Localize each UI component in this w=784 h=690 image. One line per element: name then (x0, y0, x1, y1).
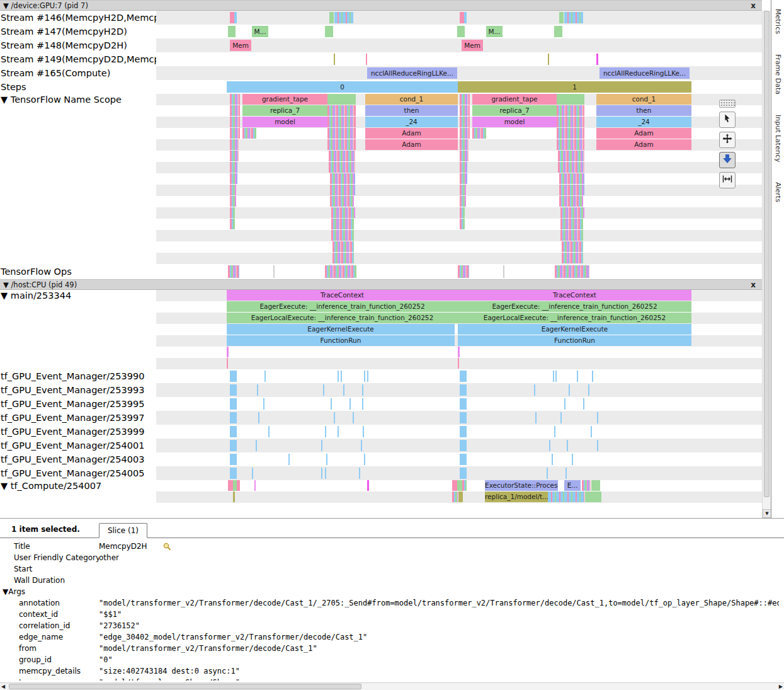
trace-slice[interactable] (242, 128, 256, 139)
trace-slice[interactable] (230, 440, 237, 451)
trace-slice[interactable] (323, 384, 324, 396)
trace-slice[interactable] (460, 398, 467, 410)
trace-slice[interactable] (560, 230, 583, 241)
trace-slice[interactable] (547, 468, 548, 479)
horizontal-scrollbar[interactable]: ◀ ▶ (0, 682, 784, 690)
trace-slice[interactable] (457, 480, 462, 491)
trace-slice[interactable] (553, 371, 554, 382)
trace-slice[interactable] (559, 12, 564, 23)
trace-slice[interactable] (557, 94, 584, 105)
trace-slice[interactable] (321, 440, 322, 451)
trace-slice[interactable] (460, 371, 467, 382)
trace-slice[interactable] (263, 398, 264, 410)
trace-slice[interactable]: then (365, 105, 458, 116)
trace-slice[interactable] (230, 454, 237, 465)
trace-slice[interactable] (366, 54, 367, 65)
magnifier-icon[interactable] (162, 542, 171, 551)
trace-slice[interactable]: model (242, 117, 327, 127)
trace-slice[interactable] (364, 371, 365, 382)
trace-slice[interactable]: Mem (462, 40, 483, 51)
trace-slice[interactable] (460, 139, 469, 150)
trace-slice[interactable] (230, 196, 236, 207)
trace-slice[interactable] (230, 426, 237, 437)
trace-slice[interactable] (534, 384, 535, 396)
close-icon[interactable]: x (751, 1, 756, 10)
trace-slice[interactable]: TraceContext (227, 290, 458, 301)
trace-slice[interactable] (334, 412, 335, 423)
trace-slice[interactable] (555, 371, 557, 382)
track-label[interactable]: Steps (0, 80, 156, 94)
trace-slice[interactable] (321, 468, 322, 479)
trace-slice[interactable] (557, 105, 584, 116)
trace-slice[interactable]: EagerKernelExecute (458, 324, 691, 335)
trace-slice[interactable] (460, 196, 466, 207)
side-tab-metrics[interactable]: Metrics (774, 9, 782, 34)
trace-slice[interactable]: cond_1 (596, 94, 691, 105)
track-label[interactable]: Stream #146(MemcpyH2D,Memcp (0, 11, 156, 25)
trace-slice[interactable]: replica_7 (472, 105, 557, 116)
trace-slice[interactable] (565, 468, 567, 479)
trace-slice[interactable] (331, 398, 332, 410)
vertical-scrollbar[interactable]: ▼ (762, 11, 771, 518)
trace-slice[interactable] (325, 468, 326, 479)
trace-slice[interactable] (325, 26, 333, 37)
trace-slice[interactable] (582, 480, 591, 491)
trace-slice[interactable] (460, 384, 467, 396)
trace-slice[interactable]: gradient_tape (472, 94, 557, 105)
trace-slice[interactable]: EagerLocalExecute: __inference_train_fun… (458, 313, 691, 323)
trace-slice[interactable] (367, 480, 369, 491)
track-label[interactable]: ▼ TensorFlow Name Scope (0, 94, 156, 264)
trace-slice[interactable] (462, 480, 467, 491)
zoom-tool-button[interactable] (719, 152, 736, 168)
trace-slice[interactable] (331, 219, 354, 229)
trace-slice[interactable] (258, 412, 259, 423)
track-label[interactable]: tf_GPU_Event_Manager/253993 (0, 383, 156, 397)
trace-slice[interactable] (460, 440, 467, 451)
trace-slice[interactable] (327, 128, 356, 139)
trace-slice[interactable] (230, 139, 239, 150)
trace-slice[interactable] (230, 219, 235, 229)
trace-slice[interactable]: _24 (365, 117, 458, 127)
select-tool-button[interactable] (719, 112, 736, 128)
trace-slice[interactable] (228, 265, 239, 278)
trace-slice[interactable] (562, 253, 583, 263)
trace-slice[interactable] (362, 398, 363, 410)
trace-slice[interactable]: M... (252, 26, 268, 37)
trace-slice[interactable] (230, 384, 237, 396)
trace-slice[interactable] (560, 412, 562, 423)
trace-slice[interactable] (460, 94, 470, 105)
trace-slice[interactable]: 0 (227, 81, 458, 93)
trace-slice[interactable] (548, 54, 549, 65)
trace-slice[interactable] (569, 384, 570, 396)
trace-slice[interactable] (458, 265, 469, 278)
trace-slice[interactable] (464, 12, 467, 23)
trace-slice[interactable] (585, 492, 601, 502)
trace-slice[interactable] (230, 207, 235, 218)
trace-slice[interactable]: EagerKernelExecute (227, 324, 455, 335)
trace-slice[interactable] (559, 185, 584, 195)
scroll-left-button[interactable]: ◀ (1, 683, 5, 690)
trace-slice[interactable] (227, 358, 228, 369)
trace-slice[interactable]: EagerLocalExecute: __inference_train_fun… (227, 313, 458, 323)
trace-slice[interactable] (560, 219, 583, 229)
trace-slice[interactable] (460, 12, 464, 23)
detail-label[interactable]: ▼Args (0, 587, 99, 596)
track-label[interactable]: tf_GPU_Event_Manager/253999 (0, 425, 156, 439)
trace-slice[interactable] (458, 492, 463, 502)
trace-slice[interactable] (230, 151, 239, 161)
track-label[interactable]: tf_GPU_Event_Manager/254005 (0, 466, 156, 480)
trace-slice[interactable] (460, 128, 470, 139)
trace-slice[interactable] (577, 371, 578, 382)
trace-slice[interactable] (367, 371, 368, 382)
close-icon[interactable]: x (751, 280, 756, 289)
track-label[interactable]: TensorFlow Ops (0, 264, 156, 279)
trace-slice[interactable] (564, 12, 583, 23)
trace-slice[interactable] (559, 173, 584, 184)
trace-slice[interactable] (564, 398, 565, 410)
trace-slice[interactable] (460, 185, 466, 195)
track-label[interactable]: tf_GPU_Event_Manager/253990 (0, 369, 156, 383)
cpu-panel-header[interactable]: ▼ /host:CPU (pid 49)x (0, 279, 762, 290)
timing-tool-button[interactable] (719, 172, 736, 188)
trace-slice[interactable] (548, 492, 584, 502)
trace-slice[interactable]: model (472, 117, 557, 127)
